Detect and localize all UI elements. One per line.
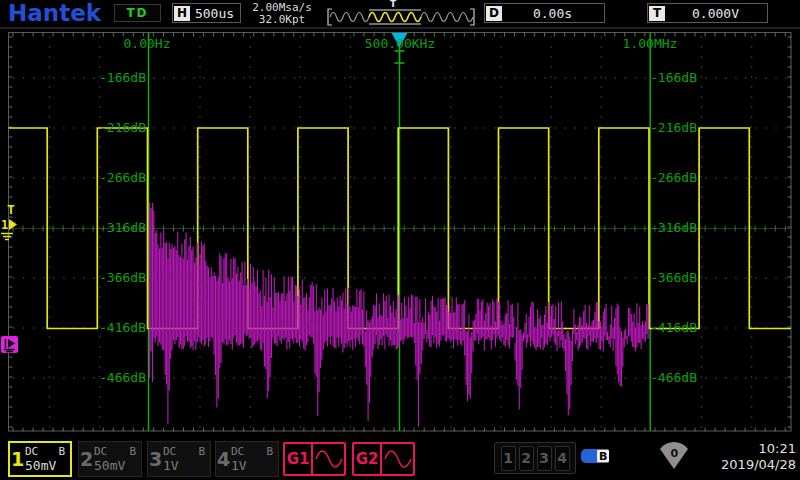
channel-number: 1	[10, 443, 25, 475]
time-display: 10:21	[721, 441, 796, 457]
counter-value: 0	[671, 447, 679, 460]
date-display: 2019/04/28	[721, 457, 796, 473]
sine-wave-icon	[380, 444, 413, 474]
generator1-box[interactable]: G1	[283, 442, 346, 476]
channel-box-1[interactable]: 1 DC B 50mV	[8, 441, 72, 477]
center-frequency-marker-icon	[392, 33, 408, 47]
channel-coupling: DC	[25, 446, 58, 458]
channel-bandwidth: B	[58, 446, 70, 458]
scope-canvas	[0, 0, 800, 480]
channel-box-3[interactable]: 3 DC B 1V	[147, 441, 211, 477]
channel-coupling: DC	[163, 446, 198, 458]
channel-bandwidth: B	[129, 446, 141, 458]
channel1-marker-arrow-icon	[9, 219, 17, 230]
usb-icon: B	[580, 447, 614, 465]
generator1-label: G1	[285, 444, 311, 474]
digital-channel-4[interactable]: 4	[555, 446, 570, 471]
fan-icon: 0	[656, 442, 692, 472]
channel1-marker-label: 1	[1, 218, 8, 232]
channel-coupling: DC	[231, 446, 266, 458]
counter-indicator: 0	[656, 442, 692, 476]
channel-box-4[interactable]: 4 DC B 1V	[215, 441, 279, 477]
channel-scale: 50mV	[25, 458, 70, 473]
digital-channels-group[interactable]: 1 2 3 4	[494, 442, 576, 474]
channel-number: 3	[148, 442, 163, 476]
channel-box-2[interactable]: 2 DC B 50mV	[78, 441, 142, 477]
digital-channel-2[interactable]: 2	[519, 446, 534, 471]
channel-number: 2	[79, 442, 94, 476]
channel1-marker-ground-icon	[1, 234, 13, 240]
channel-coupling: DC	[94, 446, 129, 458]
digital-channel-1[interactable]: 1	[501, 446, 516, 471]
trigger-level-marker[interactable]: T	[7, 202, 15, 217]
generator2-box[interactable]: G2	[352, 442, 415, 476]
channel1-ground-marker[interactable]: 1	[0, 216, 20, 244]
usb-device-indicator: B	[580, 447, 614, 469]
channel-scale: 50mV	[94, 458, 141, 473]
digital-channel-3[interactable]: 3	[537, 446, 552, 471]
trigger-position-ibeam-icon	[395, 51, 405, 63]
sine-wave-icon	[311, 444, 344, 474]
channel-scale: 1V	[163, 458, 210, 473]
math-fft-marker[interactable]	[1, 336, 19, 354]
channel-scale: 1V	[231, 458, 278, 473]
channel-number: 4	[216, 442, 231, 476]
clock-block: 10:21 2019/04/28	[721, 441, 796, 473]
usb-label: B	[599, 450, 607, 463]
oscilloscope-screen: Hantek TD H 500us 2.00Msa/s 32.0Kpt T D …	[0, 0, 800, 480]
channel-bandwidth: B	[198, 446, 210, 458]
generator2-label: G2	[354, 444, 380, 474]
channel-bandwidth: B	[266, 446, 278, 458]
